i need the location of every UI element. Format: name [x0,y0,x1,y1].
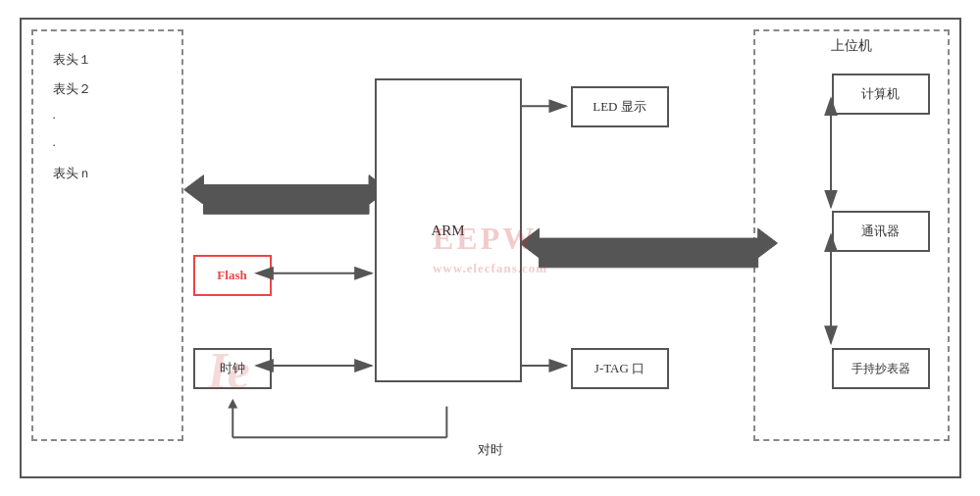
comm-block: 通讯器 [832,211,930,252]
reader-block: 手持抄表器 [832,348,930,389]
comm-label: 通讯器 [861,223,900,240]
label-head2: 表头２ [53,80,91,98]
computer-label: 计算机 [861,85,900,103]
flash-block: Flash [193,255,272,296]
left-box-labels: 表头１ 表头２ · · 表头ｎ [53,51,91,182]
right-box-title: 上位机 [753,37,950,55]
label-dot1: · [53,110,91,125]
reader-label: 手持抄表器 [851,361,910,377]
led-block: LED 显示 [571,86,669,127]
bottom-label: 对时 [478,441,503,459]
can-label: CAN 总线 [198,186,254,204]
label-headn: 表头ｎ [53,165,91,182]
arm-label: ARM [431,223,464,239]
diagram-wrapper: 表头１ 表头２ · · 表头ｎ 上位机 ARM LED 显示 Flash 时钟 … [20,18,961,478]
jtag-label: J-TAG 口 [594,360,645,377]
label-head1: 表头１ [53,51,91,69]
arm-block: ARM [375,78,522,382]
label-dot2: · [53,137,91,153]
left-box: 表头１ 表头２ · · 表头ｎ [31,29,183,441]
clock-block: 时钟 [193,348,272,389]
rs232-arrow [519,228,777,268]
svg-marker-9 [519,228,777,268]
computer-block: 计算机 [832,74,930,115]
led-label: LED 显示 [593,98,646,116]
jtag-block: J-TAG 口 [571,348,669,389]
clock-label: 时钟 [220,360,245,377]
svg-marker-15 [228,399,237,409]
flash-label: Flash [217,268,246,283]
